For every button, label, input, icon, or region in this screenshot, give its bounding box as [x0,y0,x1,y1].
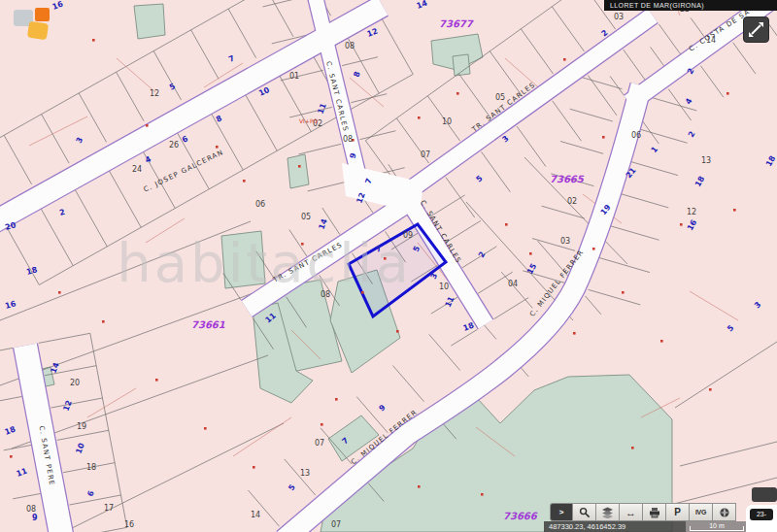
building-height-mark [243,180,246,183]
expand-arrows-icon [744,17,768,42]
building-height-mark [573,332,576,335]
parcel-number-label: 04 [508,280,518,288]
parcel-number-label: 03 [614,13,624,21]
municipality-label: LLORET DE MAR(GIRONA) [610,2,704,9]
building-height-mark [321,423,323,426]
building-height-mark [622,291,625,294]
building-height-mark [418,485,421,488]
building-height-mark [102,320,105,323]
parcel-number-label: 08 [26,505,36,514]
building-height-mark [204,427,207,430]
parcel-number-label: 03 [560,237,570,246]
construction-annotation: VI+PO [299,117,319,124]
parcel-number-label: 07 [331,520,341,529]
parcel-number-label: 06 [631,131,641,140]
layers-button[interactable] [596,503,620,521]
parcel-number-label: 02 [567,197,577,206]
building-height-mark [58,291,61,294]
parcel-number-label: 06 [255,200,265,209]
watermark: habitaclia [117,231,411,294]
parcel-number-label: 9 [32,514,38,522]
green-parcel [134,4,165,39]
print-button[interactable] [643,503,666,521]
parcel-number-label: 05 [301,213,311,221]
building-height-mark [146,124,149,127]
parcel-number-label: 13 [701,156,711,165]
green-parcel [453,54,470,76]
building-height-mark [529,252,532,255]
building-height-mark [660,340,663,343]
building-height-mark [592,248,595,250]
block-id-label: 73666 [503,511,538,521]
parcel-number-label: 12 [687,208,696,216]
fullscreen-button[interactable] [743,17,769,43]
building-height-mark [253,466,255,469]
parcel-number-label: 16 [124,520,134,529]
building-height-mark [733,209,736,212]
printer-icon [649,507,660,518]
ivg-button[interactable]: IVG [690,503,713,521]
parcel-number-label: 18 [86,463,96,472]
p-icon: P [674,507,681,517]
parcel-number-label: 26 [169,141,179,150]
parcel-number-label: 17 [104,504,114,513]
building-height-mark [396,330,399,333]
building-height-mark [631,447,634,449]
municipality-bar: LLORET DE MAR(GIRONA) [604,0,777,11]
chevron-right-icon: > [559,508,564,516]
expand-panel-button[interactable]: > [550,503,573,521]
parcel-number-label: 14 [251,511,260,519]
cadastral-map[interactable]: 1612538266424710011102089712140605070953… [0,0,777,532]
building-height-mark [505,223,508,226]
search-icon [579,507,591,518]
pdf-p-button[interactable]: P [666,503,690,521]
logo-yellow-square [27,21,49,41]
scale-bar: 10 m [686,521,748,532]
building-height-mark [563,58,566,61]
parcel-number-label: 05 [495,93,505,102]
corner-dark-button[interactable] [752,487,777,502]
parcel-number-label: 07 [421,150,430,159]
map-toolbar: > ↔ P IV [550,503,736,521]
parcel-number-label: 13 [300,469,310,478]
parcel-number-label: 20 [70,379,80,387]
corner-clock-box: 23- [746,505,777,532]
building-height-mark [456,92,459,95]
block-id-label: 73677 [439,18,474,29]
building-height-mark [418,116,421,119]
logo-orange-square [35,8,50,21]
parcel-number-label: 12 [150,89,159,98]
parcel-number-label: 08 [345,42,355,50]
building-height-mark [155,379,158,382]
corner-clock-label: 23- [750,509,773,520]
building-height-mark [709,388,712,391]
building-height-mark [92,39,95,42]
compass-icon [719,507,730,518]
layers-icon [601,507,614,518]
parcel-number-label: 07 [315,439,324,448]
block-id-label: 73661 [191,319,225,330]
cadastral-map-app: 1612538266424710011102089712140605070953… [0,0,777,532]
building-height-mark [680,223,683,226]
parcel-number-label: 10 [439,283,449,291]
building-height-mark [335,398,338,401]
measure-button[interactable]: ↔ [620,503,643,521]
search-button[interactable] [573,503,596,521]
parcel-number-label: 10 [442,117,452,126]
building-height-mark [10,455,13,458]
parcel-number-label: 01 [289,72,299,81]
coordinates-value: 487330.23, 4616452.39 [549,522,625,531]
measure-icon: ↔ [625,507,636,518]
scale-bracket [690,526,744,531]
coordinates-bar: 487330.23, 4616452.39 [544,521,686,532]
habitaclia-logo[interactable] [12,6,54,43]
building-height-mark [602,136,605,139]
ivg-label: IVG [695,509,706,515]
parcel-number-label: 24 [132,165,142,174]
parcel-number-label: 08 [343,135,353,144]
building-height-mark [726,92,729,95]
building-height-mark [481,493,484,496]
green-parcel [287,154,309,188]
building-height-mark [298,165,301,168]
compass-button[interactable] [713,503,736,521]
